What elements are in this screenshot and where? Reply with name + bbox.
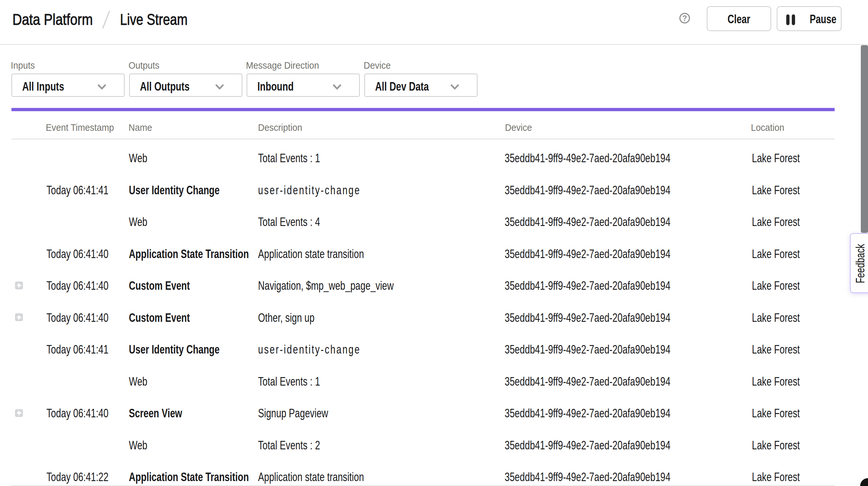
svg-text:?: ? <box>682 14 687 23</box>
